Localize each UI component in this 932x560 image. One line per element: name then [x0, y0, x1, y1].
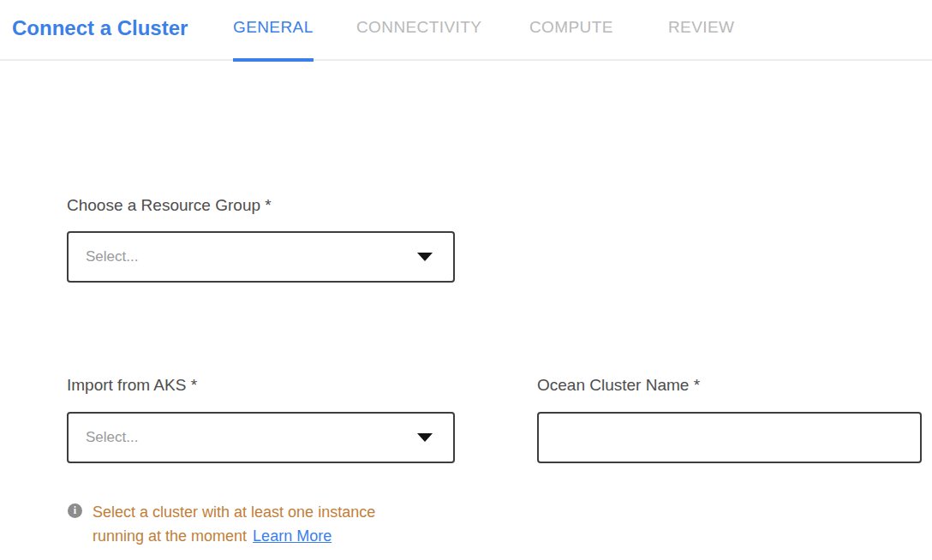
info-icon: i [68, 503, 82, 518]
chevron-down-icon [417, 253, 433, 261]
info-note-message: Select a cluster with at least one insta… [93, 503, 375, 545]
ocean-cluster-name-input[interactable] [537, 412, 922, 463]
resource-group-select[interactable]: Select... [67, 231, 455, 283]
info-note: i Select a cluster with at least one ins… [68, 500, 420, 548]
import-aks-label: Import from AKS * [67, 376, 197, 395]
header-divider [0, 59, 932, 61]
resource-group-placeholder: Select... [86, 248, 138, 265]
ocean-cluster-name-label: Ocean Cluster Name * [537, 376, 700, 395]
chevron-down-icon [417, 433, 433, 442]
import-aks-select[interactable]: Select... [67, 412, 455, 463]
resource-group-label: Choose a Resource Group * [67, 196, 272, 215]
tab-general[interactable]: GENERAL [233, 18, 314, 37]
info-note-text: Select a cluster with at least one insta… [93, 500, 420, 548]
tab-review[interactable]: REVIEW [668, 18, 734, 37]
tab-compute[interactable]: COMPUTE [529, 18, 613, 37]
tab-connectivity[interactable]: CONNECTIVITY [356, 18, 481, 37]
page-title: Connect a Cluster [12, 16, 188, 40]
import-aks-placeholder: Select... [86, 429, 138, 446]
learn-more-link[interactable]: Learn More [253, 527, 332, 545]
